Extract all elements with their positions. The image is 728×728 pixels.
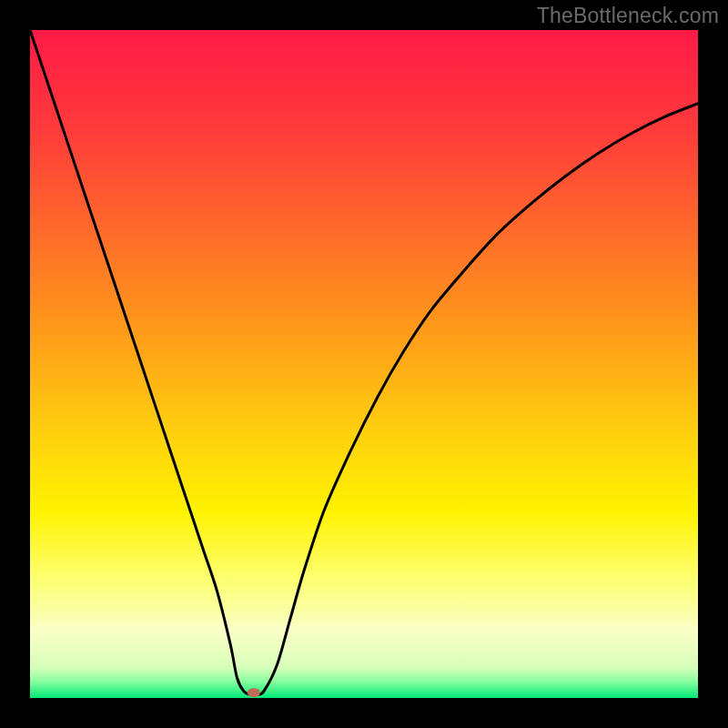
chart-frame: TheBottleneck.com: [0, 0, 728, 728]
chart-background: [30, 30, 698, 698]
chart-plot-area: [30, 30, 698, 698]
watermark-text: TheBottleneck.com: [537, 4, 719, 28]
minimum-marker: [248, 688, 260, 697]
chart-svg: [30, 30, 698, 698]
